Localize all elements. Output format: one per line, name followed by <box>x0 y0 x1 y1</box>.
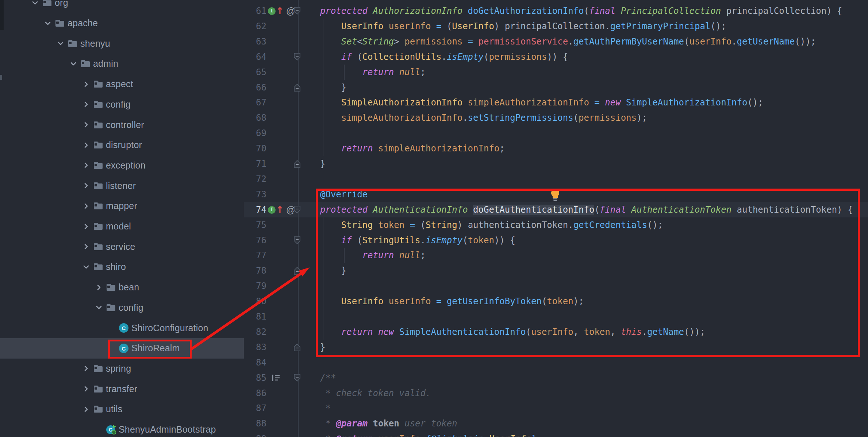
line-number[interactable]: 71 <box>244 156 266 171</box>
code-line-83[interactable]: 83} <box>244 340 868 355</box>
line-number[interactable]: 82 <box>244 324 266 340</box>
code-line-87[interactable]: 87 * <box>244 401 868 416</box>
code-line-76[interactable]: 76 if (StringUtils.isEmpty(token)) { <box>244 233 868 248</box>
tree-item-shiroconfiguration[interactable]: CShiroConfiguration <box>0 318 244 338</box>
tree-item-shirorealm[interactable]: CShiroRealm <box>0 338 244 359</box>
code-line-68[interactable]: 68 simpleAuthorizationInfo.setStringPerm… <box>244 110 868 125</box>
chevron-right-icon[interactable] <box>81 399 93 419</box>
go-to-super-arrow-icon[interactable]: ↑ <box>276 6 284 16</box>
chevron-right-icon[interactable] <box>81 135 93 155</box>
chevron-down-icon[interactable] <box>69 54 80 74</box>
code-line-61[interactable]: 61I↑@protected AuthorizationInfo doGetAu… <box>244 3 868 19</box>
code-editor[interactable]: 61I↑@protected AuthorizationInfo doGetAu… <box>244 0 868 437</box>
code-line-80[interactable]: 80 UserInfo userInfo = getUserInfoByToke… <box>244 294 868 309</box>
line-number[interactable]: 61 <box>244 3 266 19</box>
line-number[interactable]: 70 <box>244 141 266 156</box>
code-text[interactable]: protected AuthenticationInfo doGetAuthen… <box>320 202 853 217</box>
chevron-right-icon[interactable] <box>81 359 93 379</box>
intention-bulb-icon[interactable] <box>550 188 561 205</box>
fold-start-icon[interactable] <box>293 370 301 386</box>
code-line-67[interactable]: 67 SimpleAuthorizationInfo simpleAuthori… <box>244 95 868 110</box>
tree-item-controller[interactable]: controller <box>0 115 244 135</box>
line-number[interactable]: 84 <box>244 355 266 370</box>
code-text[interactable]: SimpleAuthorizationInfo simpleAuthorizat… <box>320 95 763 110</box>
code-line-81[interactable]: 81 <box>244 309 868 324</box>
code-line-69[interactable]: 69 <box>244 125 868 141</box>
line-number[interactable]: 88 <box>244 416 266 431</box>
tree-item-spring[interactable]: spring <box>0 359 244 379</box>
line-number[interactable]: 85 <box>244 370 266 386</box>
chevron-right-icon[interactable] <box>81 196 93 216</box>
code-line-75[interactable]: 75 String token = (String) authenticatio… <box>244 217 868 233</box>
code-text[interactable]: UserInfo userInfo = (UserInfo) principal… <box>320 19 726 34</box>
line-number[interactable]: 73 <box>244 187 266 202</box>
code-line-85[interactable]: 85/** <box>244 370 868 386</box>
chevron-right-icon[interactable] <box>81 74 93 94</box>
chevron-right-icon[interactable] <box>81 155 93 176</box>
code-text[interactable]: * check token valid. <box>320 386 431 401</box>
code-text[interactable]: return null; <box>320 65 426 80</box>
line-number[interactable]: 79 <box>244 278 266 294</box>
code-line-82[interactable]: 82 return new SimpleAuthenticationInfo(u… <box>244 324 868 340</box>
chevron-down-icon[interactable] <box>30 0 42 13</box>
chevron-down-icon[interactable] <box>94 298 106 318</box>
tree-item-exception[interactable]: exception <box>0 155 244 176</box>
code-line-79[interactable]: 79 <box>244 278 868 294</box>
code-line-62[interactable]: 62 UserInfo userInfo = (UserInfo) princi… <box>244 19 868 34</box>
fold-end-icon[interactable] <box>293 156 301 171</box>
tree-item-shenyuadminbootstrap[interactable]: CShenyuAdminBootstrap <box>0 419 244 437</box>
code-line-71[interactable]: 71} <box>244 156 868 171</box>
code-text[interactable]: * @return userInfo {@linkplain UserInfo} <box>320 431 536 437</box>
chevron-right-icon[interactable] <box>81 216 93 237</box>
tree-item-listener[interactable]: listener <box>0 175 244 196</box>
line-number[interactable]: 74 <box>244 202 266 217</box>
code-text[interactable]: * @param token user token <box>320 416 457 431</box>
line-number[interactable]: 83 <box>244 340 266 355</box>
tree-item-config[interactable]: config <box>0 298 244 318</box>
fold-start-icon[interactable] <box>293 202 301 217</box>
code-line-65[interactable]: 65 return null; <box>244 65 868 80</box>
code-line-66[interactable]: 66 } <box>244 80 868 95</box>
tree-item-org[interactable]: org <box>0 0 244 13</box>
line-number[interactable]: 87 <box>244 401 266 416</box>
code-line-86[interactable]: 86 * check token valid. <box>244 386 868 401</box>
line-number[interactable]: 67 <box>244 95 266 110</box>
chevron-right-icon[interactable] <box>81 175 93 196</box>
code-text[interactable]: return null; <box>320 248 426 263</box>
chevron-right-icon[interactable] <box>81 94 93 115</box>
line-number[interactable]: 68 <box>244 110 266 125</box>
tree-item-bean[interactable]: bean <box>0 277 244 298</box>
line-number[interactable]: 72 <box>244 171 266 187</box>
code-text[interactable]: * <box>320 401 331 416</box>
overrides-method-icon[interactable]: I <box>268 206 276 214</box>
line-number[interactable]: 63 <box>244 34 266 49</box>
fold-start-icon[interactable] <box>293 49 301 65</box>
go-to-super-arrow-icon[interactable]: ↑ <box>276 205 284 214</box>
line-number[interactable]: 69 <box>244 125 266 141</box>
line-number[interactable]: 80 <box>244 294 266 309</box>
code-line-88[interactable]: 88 * @param token user token <box>244 416 868 431</box>
fold-start-icon[interactable] <box>293 233 301 248</box>
code-text[interactable]: protected AuthorizationInfo doGetAuthori… <box>320 3 842 19</box>
tree-item-config[interactable]: config <box>0 94 244 115</box>
code-line-89[interactable]: 89 * @return userInfo {@linkplain UserIn… <box>244 431 868 437</box>
tree-item-apache[interactable]: apache <box>0 13 244 34</box>
code-line-72[interactable]: 72 <box>244 171 868 187</box>
code-line-77[interactable]: 77 return null; <box>244 248 868 263</box>
line-number[interactable]: 62 <box>244 19 266 34</box>
line-number[interactable]: 77 <box>244 248 266 263</box>
line-number[interactable]: 81 <box>244 309 266 324</box>
tree-item-shenyu[interactable]: shenyu <box>0 33 244 54</box>
line-number[interactable]: 89 <box>244 431 266 437</box>
code-line-84[interactable]: 84 <box>244 355 868 370</box>
code-text[interactable]: String token = (String) authenticationTo… <box>320 217 663 233</box>
line-number[interactable]: 66 <box>244 80 266 95</box>
line-number[interactable]: 75 <box>244 217 266 233</box>
chevron-right-icon[interactable] <box>81 379 93 399</box>
tree-item-mapper[interactable]: mapper <box>0 196 244 216</box>
code-line-70[interactable]: 70 return simpleAuthorizationInfo; <box>244 141 868 156</box>
fold-end-icon[interactable] <box>293 263 301 278</box>
code-line-78[interactable]: 78 } <box>244 263 868 278</box>
tree-item-admin[interactable]: admin <box>0 54 244 74</box>
chevron-down-icon[interactable] <box>56 33 68 54</box>
